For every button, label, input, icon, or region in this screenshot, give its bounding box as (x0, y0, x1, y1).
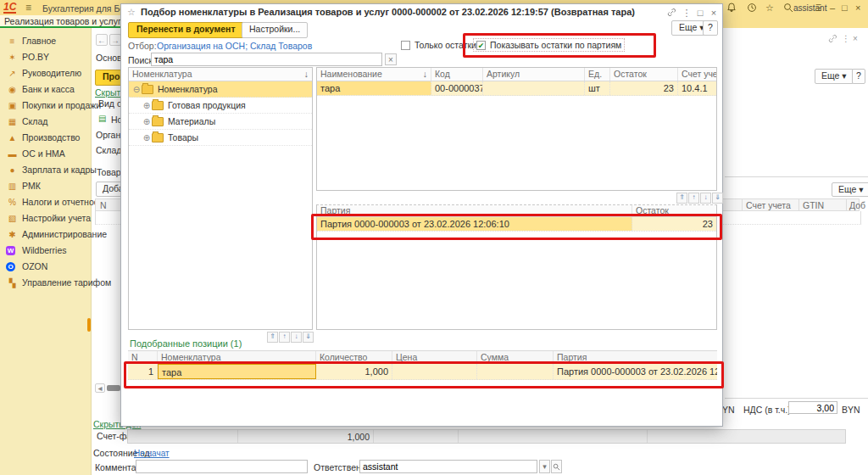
dialog-close-icon[interactable]: × (708, 8, 720, 18)
cell-price[interactable] (392, 364, 477, 379)
col-rest[interactable]: Остаток (610, 68, 678, 81)
show-rest-by-batches-checkbox[interactable]: ✔ Показывать остатки по партиям (473, 38, 625, 52)
batch-row[interactable]: Партия 0000-000003 от 23.02.2026 12:06:1… (317, 217, 716, 232)
transfer-to-document-button[interactable]: Перенести в документ (128, 22, 244, 38)
responsible-dropdown-button[interactable]: ▾ (539, 460, 550, 473)
history-icon[interactable] (747, 3, 759, 14)
vat-label: НДС (в т.ч.): (743, 405, 793, 415)
expand-icon[interactable]: ⊕ (142, 101, 152, 110)
sidebar-item-os-nma[interactable]: ▬ОС и НМА (0, 146, 92, 162)
tree-node-materialy[interactable]: ⊕ Материалы (129, 114, 312, 130)
move-bottom-button[interactable]: ⇓ (303, 332, 314, 343)
tree-node-gotovaya-produkciya[interactable]: ⊕ Готовая продукция (129, 98, 312, 114)
restore-window-icon[interactable]: □ (842, 3, 848, 13)
stock-row-tara[interactable]: тара 00-00000370 шт 23 10.4.1 (317, 81, 716, 96)
cell-name[interactable]: тара (317, 81, 431, 95)
comment-input[interactable] (136, 460, 308, 473)
sidebar-item-nastroyki-ucheta[interactable]: ▧Настройки учета (0, 210, 92, 226)
settings-button[interactable]: Настройки... (242, 22, 308, 38)
nav-forward-button[interactable]: → (109, 34, 121, 46)
doc-link-icon[interactable] (828, 34, 837, 45)
sidebar-item-ozon[interactable]: OOZON (0, 259, 92, 275)
minimize-window-icon[interactable]: – (830, 3, 835, 13)
move-down-button[interactable]: ↓ (700, 193, 711, 204)
picked-row[interactable]: 1 тара 1,000 Партия 0000-000003 от 23.02… (128, 364, 717, 380)
move-top-button[interactable]: ⇑ (267, 332, 278, 343)
sidebar-item-wildberries[interactable]: WWildberries (0, 243, 92, 259)
sidebar-item-rmk[interactable]: ▥РМК (0, 178, 92, 194)
col-sum[interactable]: Сумма (477, 351, 554, 363)
tree-node-tovary[interactable]: ⊕ Товары (129, 130, 312, 146)
sidebar-item-bank-kassa[interactable]: ◉Банк и касса (0, 81, 92, 98)
service-menu-icon[interactable]: Ξ (815, 3, 821, 13)
col-unit[interactable]: Ед. (585, 68, 610, 81)
sidebar-scroll-thumb[interactable] (87, 318, 91, 332)
expand-icon[interactable]: ⊕ (142, 117, 152, 126)
doc-close-icon[interactable]: × (853, 34, 858, 43)
hscroll-left-button[interactable]: ◂ (95, 383, 105, 393)
dialog-help-button[interactable]: ? (703, 20, 718, 36)
sidebar-item-sklad[interactable]: ▦Склад (0, 114, 92, 130)
favorites-star-icon[interactable]: ☆ (765, 3, 774, 14)
col-nomenclature[interactable]: Номенклатура (158, 351, 316, 363)
col-batch[interactable]: Партия (317, 205, 632, 216)
filter-value-link[interactable]: Организация на ОСН; Склад Товаров (157, 41, 312, 51)
main-menu-icon[interactable]: ≡ (25, 2, 31, 14)
person-icon: ● (6, 162, 19, 178)
col-price[interactable]: Цена (392, 351, 477, 363)
current-user[interactable]: assistant (793, 3, 826, 13)
doc-help-button[interactable]: ? (852, 69, 865, 84)
col-batch-rest[interactable]: Остаток (632, 205, 716, 216)
doc-kebab-icon[interactable]: ⋮ (842, 34, 850, 43)
expand-icon[interactable]: ⊕ (142, 133, 152, 142)
col-n[interactable]: N (128, 351, 158, 363)
nomenclature-tree-panel: Номенклатура ↓ ⊖ Номенклатура ⊕ Готовая … (128, 67, 313, 330)
goods-more-button[interactable]: Еще ▾ (832, 182, 868, 197)
item-selection-dialog: ☆ Подбор номенклатуры в Реализация товар… (120, 3, 723, 427)
get-link-icon[interactable] (665, 8, 677, 19)
col-name[interactable]: Наименование↓ (317, 68, 431, 81)
col-code[interactable]: Код (431, 68, 483, 81)
move-down-button[interactable]: ↓ (291, 332, 302, 343)
sidebar-item-pokupki-prodazhi[interactable]: ▣Покупки и продажи (0, 98, 92, 114)
responsible-open-button[interactable] (551, 460, 562, 473)
notifications-bell-icon[interactable] (726, 3, 738, 14)
col-batch[interactable]: Партия (554, 351, 717, 363)
doc-more-button[interactable]: Еще ▾ (815, 69, 854, 84)
cell-sum[interactable] (477, 364, 554, 379)
search-clear-button[interactable]: × (385, 53, 397, 65)
sidebar-item-upravlenie-tarifom[interactable]: ▚Управление тарифом (0, 275, 92, 291)
move-top-button[interactable]: ⇑ (676, 193, 687, 204)
sidebar-item-poby[interactable]: ✶PO.BY (0, 49, 92, 65)
dialog-maximize-icon[interactable]: □ (694, 8, 706, 18)
sidebar-item-glavnoe[interactable]: ≡Главное (0, 33, 92, 49)
sidebar-item-administrirovanie[interactable]: ✱Администрирование (0, 226, 92, 243)
sidebar-item-rukovoditelyu[interactable]: ↗Руководителю (0, 65, 92, 81)
cell-batch[interactable]: Партия 0000-000003 от 23.02.2026 12:06:1… (317, 217, 632, 231)
cell-nomenclature[interactable]: тара (158, 364, 316, 379)
sidebar-item-nalogi[interactable]: %Налоги и отчетность (0, 194, 92, 210)
dialog-kebab-icon[interactable]: ⋮ (681, 8, 693, 19)
col-article[interactable]: Артикул (483, 68, 585, 81)
move-bottom-button[interactable]: ⇓ (712, 193, 723, 204)
collapse-icon[interactable]: ⊖ (131, 85, 142, 94)
favorite-star-icon[interactable]: ☆ (127, 7, 136, 18)
sidebar-item-zarplata-kadry[interactable]: ●Зарплата и кадры (0, 162, 92, 178)
col-account[interactable]: Счет учета (678, 68, 716, 81)
dialog-title: Подбор номенклатуры в Реализация товаров… (141, 7, 635, 17)
vat-input[interactable] (788, 401, 837, 414)
only-rest-checkbox[interactable]: Только остатки (401, 40, 476, 50)
close-window-icon[interactable]: × (855, 3, 860, 13)
tree-node-nomenklatura[interactable]: ⊖ Номенклатура (129, 81, 312, 98)
search-input[interactable] (151, 53, 382, 66)
move-up-button[interactable]: ↑ (688, 193, 699, 204)
tree-header[interactable]: Номенклатура ↓ (129, 68, 312, 81)
sidebar-item-proizvodstvo[interactable]: ▲Производство (0, 130, 92, 146)
ed-state-link[interactable]: Не начат (134, 449, 170, 458)
move-up-button[interactable]: ↑ (279, 332, 290, 343)
nav-back-button[interactable]: ← (96, 34, 108, 46)
responsible-input[interactable] (359, 460, 537, 473)
cell-quantity[interactable]: 1,000 (316, 364, 392, 379)
hscroll-thumb[interactable] (107, 385, 120, 391)
col-quantity[interactable]: Количество (316, 351, 392, 363)
